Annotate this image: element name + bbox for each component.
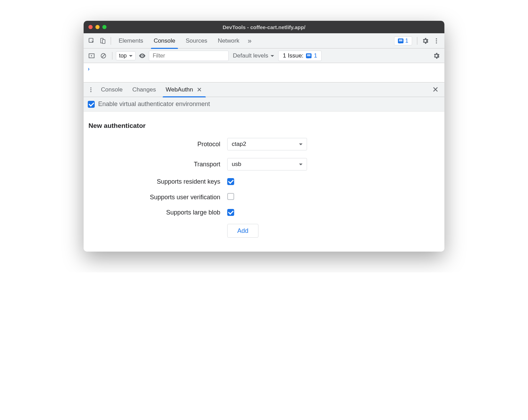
console-toolbar: top Default levels 1 Issue: 1: [84, 49, 444, 63]
drawer-tab-label: WebAuthn: [165, 86, 193, 93]
settings-icon[interactable]: [420, 36, 431, 46]
toggle-console-sidebar-icon[interactable]: [86, 51, 97, 61]
svg-point-3: [436, 38, 437, 39]
titlebar: DevTools - coffee-cart.netlify.app/: [84, 21, 444, 33]
log-levels-picker[interactable]: Default levels: [230, 51, 277, 60]
chat-icon: [306, 53, 312, 58]
large-blob-label: Supports large blob: [88, 209, 227, 216]
transport-label: Transport: [88, 161, 227, 168]
tab-network[interactable]: Network: [213, 33, 244, 49]
user-verification-checkbox[interactable]: [227, 193, 234, 200]
user-verification-label: Supports user verification: [88, 194, 227, 201]
transport-value: usb: [232, 161, 241, 168]
tab-sources[interactable]: Sources: [181, 33, 212, 49]
svg-point-9: [91, 87, 92, 88]
resident-keys-checkbox[interactable]: [227, 178, 234, 185]
context-value: top: [119, 53, 127, 59]
console-body[interactable]: ›: [84, 63, 444, 82]
main-tabbar: Elements Console Sources Network » 1: [84, 33, 444, 49]
issues-count: 1: [405, 38, 408, 44]
drawer-tab-webauthn[interactable]: WebAuthn ✕: [161, 82, 207, 97]
transport-select[interactable]: usb: [227, 158, 307, 170]
resident-keys-label: Supports resident keys: [88, 178, 227, 185]
caret-down-icon: [271, 55, 274, 59]
filter-input[interactable]: [149, 51, 229, 61]
enable-env-checkbox[interactable]: [88, 101, 95, 108]
issue-label: 1 Issue:: [283, 52, 304, 59]
levels-label: Default levels: [233, 52, 268, 59]
enable-env-label: Enable virtual authenticator environment: [98, 100, 210, 108]
execution-context-picker[interactable]: top: [116, 51, 136, 60]
protocol-value: ctap2: [232, 141, 246, 148]
protocol-label: Protocol: [88, 141, 227, 148]
chat-icon: [398, 38, 403, 43]
window-title: DevTools - coffee-cart.netlify.app/: [84, 24, 444, 30]
prompt-chevron-icon: ›: [88, 66, 90, 72]
webauthn-panel: New authenticator Protocol ctap2 Transpo…: [84, 112, 444, 252]
svg-point-10: [91, 89, 92, 90]
caret-down-icon: [299, 143, 303, 147]
tab-elements[interactable]: Elements: [114, 33, 148, 49]
devtools-window: DevTools - coffee-cart.netlify.app/ Elem…: [84, 21, 444, 252]
window-zoom-button[interactable]: [102, 25, 107, 29]
issue-count: 1: [314, 52, 317, 59]
svg-point-4: [436, 40, 437, 41]
add-button[interactable]: Add: [227, 224, 258, 238]
inspect-element-icon[interactable]: [86, 36, 97, 46]
drawer-tabbar: Console Changes WebAuthn ✕ ✕: [84, 82, 444, 97]
divider: [112, 52, 112, 60]
clear-console-icon[interactable]: [98, 51, 109, 61]
traffic-lights: [88, 25, 107, 29]
svg-point-5: [436, 42, 437, 43]
protocol-select[interactable]: ctap2: [227, 138, 307, 150]
svg-rect-2: [102, 40, 105, 43]
live-expression-icon[interactable]: [137, 51, 147, 61]
section-title: New authenticator: [88, 122, 440, 130]
issues-badge[interactable]: 1: [394, 36, 412, 45]
drawer-kebab-icon[interactable]: [86, 85, 96, 95]
close-tab-icon[interactable]: ✕: [196, 86, 203, 94]
authenticator-form: Protocol ctap2 Transport usb Supports re…: [88, 138, 440, 238]
issues-button[interactable]: 1 Issue: 1: [278, 51, 322, 61]
close-drawer-icon[interactable]: ✕: [432, 85, 439, 94]
caret-down-icon: [299, 164, 303, 167]
caret-down-icon: [129, 55, 133, 59]
drawer-tab-changes[interactable]: Changes: [127, 82, 161, 97]
window-close-button[interactable]: [88, 25, 93, 29]
svg-point-11: [91, 91, 92, 92]
large-blob-checkbox[interactable]: [227, 209, 234, 216]
kebab-menu-icon[interactable]: [431, 36, 442, 46]
tab-console[interactable]: Console: [149, 33, 180, 49]
more-tabs-icon[interactable]: »: [245, 37, 254, 45]
divider: [417, 37, 417, 45]
console-settings-icon[interactable]: [431, 51, 442, 61]
drawer-tab-console[interactable]: Console: [96, 82, 127, 97]
window-minimize-button[interactable]: [95, 25, 100, 29]
divider: [111, 37, 111, 45]
svg-line-8: [102, 54, 105, 57]
enable-authenticator-row: Enable virtual authenticator environment: [84, 97, 444, 112]
device-mode-icon[interactable]: [97, 36, 108, 46]
